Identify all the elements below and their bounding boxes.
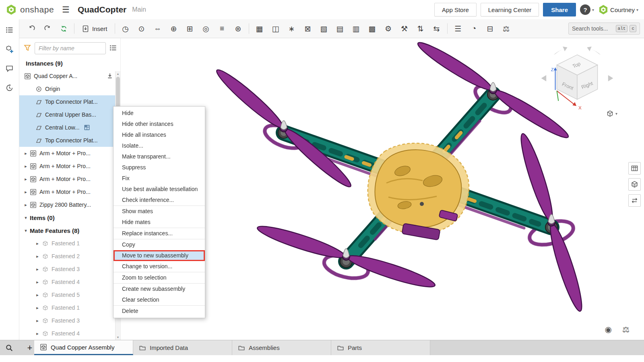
chevron-right-icon[interactable]: ▸ <box>19 189 30 195</box>
chevron-right-icon[interactable]: ▸ <box>19 151 30 156</box>
workspace-name[interactable]: Main <box>132 6 146 13</box>
named-positions-icon[interactable]: ▤ <box>332 21 348 36</box>
chevron-right-icon[interactable]: ▸ <box>33 280 42 285</box>
menu-item-create-new-subassembly[interactable]: Create new subassembly <box>114 284 205 294</box>
chevron-right-icon[interactable]: ▸ <box>19 177 30 182</box>
menu-item-show-mates[interactable]: Show mates <box>114 206 205 217</box>
insert-part-icon[interactable]: ⊙ <box>134 21 150 36</box>
fastened-mate-icon[interactable]: ⊕ <box>166 21 182 36</box>
scroll-down-icon[interactable]: ▼ <box>116 336 120 339</box>
snapshot-icon[interactable]: ⊠ <box>300 21 316 36</box>
explode-icon[interactable]: ∗ <box>284 21 300 36</box>
menu-item-change-to-version[interactable]: Change to version... <box>114 261 205 272</box>
menu-item-zoom-to-selection[interactable]: Zoom to selection <box>114 272 205 283</box>
tree-item-central-low[interactable]: Central Low... <box>19 121 120 134</box>
share-button[interactable]: Share <box>543 3 576 16</box>
menu-item-hide[interactable]: Hide <box>114 108 205 119</box>
menu-item-use-best-available-tessellation[interactable]: Use best available tessellation <box>114 184 205 195</box>
comments-panel-button[interactable] <box>3 62 16 75</box>
filter-input[interactable] <box>35 42 106 54</box>
help-menu[interactable]: ? ▾ <box>580 4 594 15</box>
menu-item-suppress[interactable]: Suppress <box>114 162 205 173</box>
filter-funnel-icon[interactable] <box>23 44 31 53</box>
app-store-button[interactable]: App Store <box>434 3 477 16</box>
main-menu-icon[interactable]: ☰ <box>62 5 70 14</box>
tree-section-items-0[interactable]: ▾Items (0) <box>19 211 120 224</box>
named-views-icon[interactable]: ◷ <box>118 21 134 36</box>
chevron-right-icon[interactable]: ▸ <box>19 202 30 208</box>
list-view-icon[interactable] <box>109 44 117 53</box>
menu-item-hide-mates[interactable]: Hide mates <box>114 217 205 228</box>
help-icon[interactable]: ? <box>580 4 590 15</box>
tab-imported-data[interactable]: Imported Data <box>133 340 232 355</box>
mate-connector-icon[interactable]: ◎ <box>198 21 214 36</box>
tab-parts[interactable]: Parts <box>331 340 430 355</box>
menu-item-isolate[interactable]: Isolate... <box>114 140 205 151</box>
menu-item-replace-instances[interactable]: Replace instances... <box>114 228 205 239</box>
tree-item-top-connector-plat[interactable]: Top Connector Plat... <box>19 95 120 108</box>
configurations-icon[interactable]: ⚙ <box>380 21 396 36</box>
circular-pattern-icon[interactable]: ⊛ <box>230 21 246 36</box>
structure-icon[interactable]: ☰ <box>450 21 466 36</box>
tree-item-top-connector-plat[interactable]: Top Connector Plat... <box>19 134 120 147</box>
tab-quad-copper-assembly[interactable]: Quad Copper Assembly <box>34 340 133 355</box>
bom-icon[interactable]: ▩ <box>364 21 380 36</box>
display-states-icon[interactable]: ▧ <box>316 21 332 36</box>
configured-icon[interactable] <box>84 124 90 131</box>
menu-item-copy[interactable]: Copy <box>114 239 205 250</box>
chevron-right-icon[interactable]: ▸ <box>19 164 30 169</box>
insert-arrow-icon[interactable] <box>107 73 113 79</box>
appearance-icon[interactable]: ⚒ <box>396 21 413 36</box>
pattern-icon[interactable]: ▦ <box>252 21 268 36</box>
tree-item-fastened-4[interactable]: ▸Fastened 4 <box>19 276 120 288</box>
tree-item-zippy-2800-battery[interactable]: ▸Zippy 2800 Battery... <box>19 198 120 211</box>
chevron-right-icon[interactable]: ▸ <box>33 318 42 323</box>
tree-item-fastened-4[interactable]: ▸Fastened 4 <box>19 327 120 340</box>
menu-item-move-to-new-subassembly[interactable]: Move to new subassembly <box>114 250 205 261</box>
chevron-right-icon[interactable]: ▸ <box>33 331 42 336</box>
performance-icon[interactable]: ◉ <box>605 325 612 334</box>
bom-table-button[interactable] <box>628 162 641 175</box>
chevron-down-icon[interactable]: ▾ <box>22 228 30 233</box>
chevron-down-icon[interactable]: ▾ <box>22 215 30 220</box>
tree-item-fastened-1[interactable]: ▸Fastened 1 <box>19 301 120 314</box>
chevron-right-icon[interactable]: ▸ <box>33 254 42 259</box>
view-options-button[interactable]: ▾ <box>606 110 617 117</box>
redo-button[interactable] <box>39 21 56 36</box>
chevron-right-icon[interactable]: ▸ <box>33 292 42 298</box>
tree-item-fastened-3[interactable]: ▸Fastened 3 <box>19 263 120 276</box>
menu-item-hide-other-instances[interactable]: Hide other instances <box>114 119 205 130</box>
insert-button[interactable]: Insert <box>77 21 112 36</box>
tree-item-arm-motor-pro[interactable]: ▸Arm + Motor + Pro... <box>19 147 120 160</box>
tree-item-arm-motor-pro[interactable]: ▸Arm + Motor + Pro... <box>19 160 120 173</box>
swap-instances-icon[interactable]: ⇆ <box>429 21 445 36</box>
annotations-icon[interactable]: ⊟ <box>482 21 498 36</box>
sheet-metal-flat-icon[interactable]: ▥ <box>348 21 364 36</box>
mass-properties-icon[interactable]: ⚖ <box>622 325 630 334</box>
mate-connector-panel-button[interactable] <box>3 43 16 56</box>
measure-icon[interactable]: ⚖ <box>498 21 514 36</box>
tree-item-arm-motor-pro[interactable]: ▸Arm + Motor + Pro... <box>19 173 120 185</box>
mate-icon[interactable]: ⇔ <box>150 21 166 36</box>
linear-pattern-icon[interactable]: ≡ <box>214 21 230 36</box>
history-panel-button[interactable] <box>3 81 16 94</box>
update-button[interactable] <box>56 21 72 36</box>
group-icon[interactable]: ⊞ <box>182 21 198 36</box>
tree-item-fastened-3[interactable]: ▸Fastened 3 <box>19 314 120 327</box>
tree-item-fastened-2[interactable]: ▸Fastened 2 <box>19 250 120 263</box>
replace-instance-button[interactable] <box>628 194 641 207</box>
replicate-icon[interactable]: ◫ <box>268 21 284 36</box>
menu-item-fix[interactable]: Fix <box>114 173 205 184</box>
display-options-button[interactable] <box>628 178 641 191</box>
view-cube[interactable]: Top Front Right Z X <box>537 44 617 114</box>
undo-button[interactable] <box>23 21 39 36</box>
learning-center-button[interactable]: Learning Center <box>481 3 539 16</box>
tree-section-mate-features-8[interactable]: ▾Mate Features (8) <box>19 224 120 237</box>
section-view-icon[interactable]: ◔ <box>466 21 482 36</box>
chevron-right-icon[interactable]: ▸ <box>33 241 42 246</box>
instance-list-panel-button[interactable] <box>3 23 16 36</box>
menu-item-delete[interactable]: Delete <box>114 306 205 317</box>
new-tab-button[interactable]: + <box>18 340 34 355</box>
chevron-right-icon[interactable]: ▸ <box>33 267 42 272</box>
tree-item-fastened-1[interactable]: ▸Fastened 1 <box>19 237 120 250</box>
